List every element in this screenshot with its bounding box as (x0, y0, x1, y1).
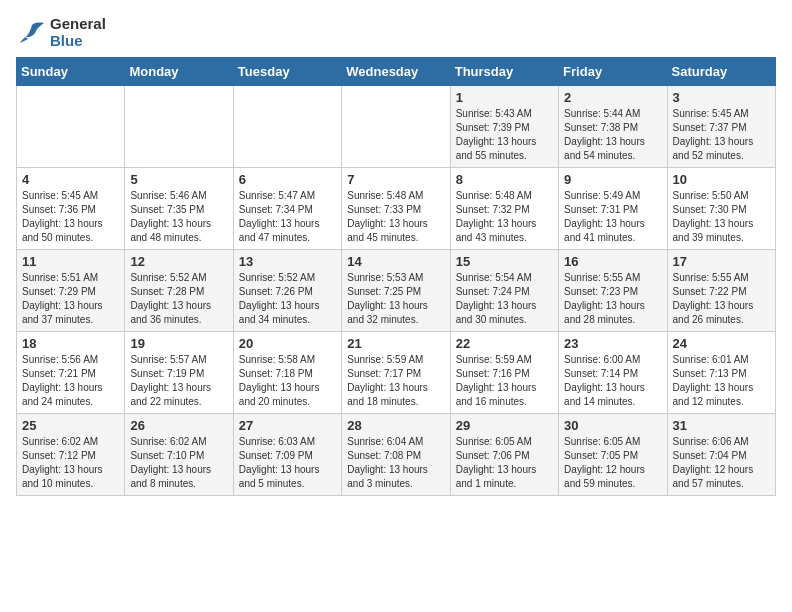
cell-content: Sunrise: 5:44 AMSunset: 7:38 PMDaylight:… (564, 107, 661, 163)
cell-content: Sunrise: 5:45 AMSunset: 7:36 PMDaylight:… (22, 189, 119, 245)
calendar-cell: 16Sunrise: 5:55 AMSunset: 7:23 PMDayligh… (559, 250, 667, 332)
cell-content: Sunrise: 5:49 AMSunset: 7:31 PMDaylight:… (564, 189, 661, 245)
calendar-cell: 7Sunrise: 5:48 AMSunset: 7:33 PMDaylight… (342, 168, 450, 250)
header-row: SundayMondayTuesdayWednesdayThursdayFrid… (17, 58, 776, 86)
cell-content: Sunrise: 5:51 AMSunset: 7:29 PMDaylight:… (22, 271, 119, 327)
calendar-cell: 12Sunrise: 5:52 AMSunset: 7:28 PMDayligh… (125, 250, 233, 332)
day-number: 23 (564, 336, 661, 351)
cell-content: Sunrise: 5:55 AMSunset: 7:22 PMDaylight:… (673, 271, 770, 327)
day-number: 7 (347, 172, 444, 187)
day-number: 2 (564, 90, 661, 105)
cell-content: Sunrise: 5:50 AMSunset: 7:30 PMDaylight:… (673, 189, 770, 245)
calendar-cell: 2Sunrise: 5:44 AMSunset: 7:38 PMDaylight… (559, 86, 667, 168)
day-number: 10 (673, 172, 770, 187)
cell-content: Sunrise: 5:45 AMSunset: 7:37 PMDaylight:… (673, 107, 770, 163)
calendar-cell (125, 86, 233, 168)
day-number: 3 (673, 90, 770, 105)
cell-content: Sunrise: 5:43 AMSunset: 7:39 PMDaylight:… (456, 107, 553, 163)
day-number: 14 (347, 254, 444, 269)
calendar-week-row: 1Sunrise: 5:43 AMSunset: 7:39 PMDaylight… (17, 86, 776, 168)
calendar-cell: 1Sunrise: 5:43 AMSunset: 7:39 PMDaylight… (450, 86, 558, 168)
weekday-header: Wednesday (342, 58, 450, 86)
day-number: 28 (347, 418, 444, 433)
cell-content: Sunrise: 5:54 AMSunset: 7:24 PMDaylight:… (456, 271, 553, 327)
calendar-week-row: 25Sunrise: 6:02 AMSunset: 7:12 PMDayligh… (17, 414, 776, 496)
day-number: 9 (564, 172, 661, 187)
cell-content: Sunrise: 5:47 AMSunset: 7:34 PMDaylight:… (239, 189, 336, 245)
calendar-cell: 23Sunrise: 6:00 AMSunset: 7:14 PMDayligh… (559, 332, 667, 414)
day-number: 16 (564, 254, 661, 269)
day-number: 12 (130, 254, 227, 269)
calendar-cell: 17Sunrise: 5:55 AMSunset: 7:22 PMDayligh… (667, 250, 775, 332)
calendar-cell: 28Sunrise: 6:04 AMSunset: 7:08 PMDayligh… (342, 414, 450, 496)
logo: General Blue (16, 16, 106, 49)
calendar-cell: 13Sunrise: 5:52 AMSunset: 7:26 PMDayligh… (233, 250, 341, 332)
weekday-header: Sunday (17, 58, 125, 86)
weekday-header: Friday (559, 58, 667, 86)
cell-content: Sunrise: 5:52 AMSunset: 7:26 PMDaylight:… (239, 271, 336, 327)
calendar-cell: 18Sunrise: 5:56 AMSunset: 7:21 PMDayligh… (17, 332, 125, 414)
day-number: 24 (673, 336, 770, 351)
cell-content: Sunrise: 6:06 AMSunset: 7:04 PMDaylight:… (673, 435, 770, 491)
cell-content: Sunrise: 5:57 AMSunset: 7:19 PMDaylight:… (130, 353, 227, 409)
calendar-week-row: 11Sunrise: 5:51 AMSunset: 7:29 PMDayligh… (17, 250, 776, 332)
weekday-header: Thursday (450, 58, 558, 86)
cell-content: Sunrise: 6:05 AMSunset: 7:06 PMDaylight:… (456, 435, 553, 491)
day-number: 18 (22, 336, 119, 351)
cell-content: Sunrise: 5:59 AMSunset: 7:17 PMDaylight:… (347, 353, 444, 409)
calendar-cell: 5Sunrise: 5:46 AMSunset: 7:35 PMDaylight… (125, 168, 233, 250)
weekday-header: Monday (125, 58, 233, 86)
calendar-cell: 20Sunrise: 5:58 AMSunset: 7:18 PMDayligh… (233, 332, 341, 414)
day-number: 26 (130, 418, 227, 433)
logo-general: General (50, 16, 106, 33)
cell-content: Sunrise: 5:48 AMSunset: 7:32 PMDaylight:… (456, 189, 553, 245)
cell-content: Sunrise: 5:58 AMSunset: 7:18 PMDaylight:… (239, 353, 336, 409)
cell-content: Sunrise: 6:05 AMSunset: 7:05 PMDaylight:… (564, 435, 661, 491)
calendar-cell: 4Sunrise: 5:45 AMSunset: 7:36 PMDaylight… (17, 168, 125, 250)
day-number: 5 (130, 172, 227, 187)
calendar-cell: 29Sunrise: 6:05 AMSunset: 7:06 PMDayligh… (450, 414, 558, 496)
calendar-cell: 21Sunrise: 5:59 AMSunset: 7:17 PMDayligh… (342, 332, 450, 414)
logo-bird-icon (16, 17, 48, 49)
calendar-cell: 19Sunrise: 5:57 AMSunset: 7:19 PMDayligh… (125, 332, 233, 414)
cell-content: Sunrise: 5:48 AMSunset: 7:33 PMDaylight:… (347, 189, 444, 245)
calendar-cell: 15Sunrise: 5:54 AMSunset: 7:24 PMDayligh… (450, 250, 558, 332)
cell-content: Sunrise: 6:03 AMSunset: 7:09 PMDaylight:… (239, 435, 336, 491)
cell-content: Sunrise: 5:46 AMSunset: 7:35 PMDaylight:… (130, 189, 227, 245)
day-number: 31 (673, 418, 770, 433)
page-header: General Blue (16, 16, 776, 49)
day-number: 17 (673, 254, 770, 269)
day-number: 4 (22, 172, 119, 187)
cell-content: Sunrise: 5:55 AMSunset: 7:23 PMDaylight:… (564, 271, 661, 327)
calendar-week-row: 18Sunrise: 5:56 AMSunset: 7:21 PMDayligh… (17, 332, 776, 414)
cell-content: Sunrise: 5:59 AMSunset: 7:16 PMDaylight:… (456, 353, 553, 409)
calendar-cell: 8Sunrise: 5:48 AMSunset: 7:32 PMDaylight… (450, 168, 558, 250)
day-number: 29 (456, 418, 553, 433)
day-number: 1 (456, 90, 553, 105)
calendar-table: SundayMondayTuesdayWednesdayThursdayFrid… (16, 57, 776, 496)
cell-content: Sunrise: 6:04 AMSunset: 7:08 PMDaylight:… (347, 435, 444, 491)
calendar-cell: 24Sunrise: 6:01 AMSunset: 7:13 PMDayligh… (667, 332, 775, 414)
day-number: 30 (564, 418, 661, 433)
day-number: 15 (456, 254, 553, 269)
calendar-cell: 26Sunrise: 6:02 AMSunset: 7:10 PMDayligh… (125, 414, 233, 496)
day-number: 11 (22, 254, 119, 269)
logo-blue: Blue (50, 33, 106, 50)
cell-content: Sunrise: 5:52 AMSunset: 7:28 PMDaylight:… (130, 271, 227, 327)
cell-content: Sunrise: 6:00 AMSunset: 7:14 PMDaylight:… (564, 353, 661, 409)
calendar-cell: 10Sunrise: 5:50 AMSunset: 7:30 PMDayligh… (667, 168, 775, 250)
cell-content: Sunrise: 6:02 AMSunset: 7:10 PMDaylight:… (130, 435, 227, 491)
calendar-cell: 30Sunrise: 6:05 AMSunset: 7:05 PMDayligh… (559, 414, 667, 496)
weekday-header: Tuesday (233, 58, 341, 86)
day-number: 25 (22, 418, 119, 433)
day-number: 8 (456, 172, 553, 187)
calendar-cell: 14Sunrise: 5:53 AMSunset: 7:25 PMDayligh… (342, 250, 450, 332)
calendar-cell: 31Sunrise: 6:06 AMSunset: 7:04 PMDayligh… (667, 414, 775, 496)
calendar-cell: 3Sunrise: 5:45 AMSunset: 7:37 PMDaylight… (667, 86, 775, 168)
calendar-week-row: 4Sunrise: 5:45 AMSunset: 7:36 PMDaylight… (17, 168, 776, 250)
calendar-cell: 9Sunrise: 5:49 AMSunset: 7:31 PMDaylight… (559, 168, 667, 250)
cell-content: Sunrise: 6:02 AMSunset: 7:12 PMDaylight:… (22, 435, 119, 491)
cell-content: Sunrise: 5:56 AMSunset: 7:21 PMDaylight:… (22, 353, 119, 409)
day-number: 27 (239, 418, 336, 433)
day-number: 22 (456, 336, 553, 351)
